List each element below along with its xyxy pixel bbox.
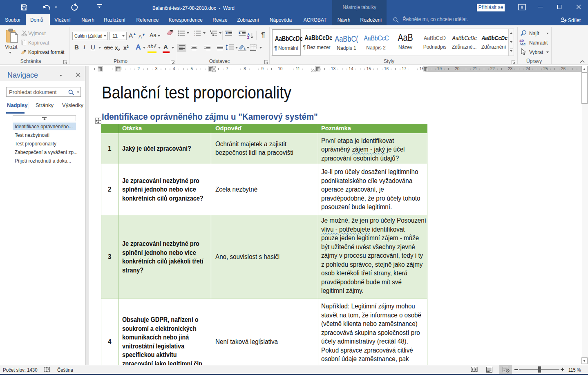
svg-text:ac: ac [521, 42, 526, 46]
svg-text:Z: Z [247, 36, 249, 39]
svg-text:3: 3 [194, 34, 195, 36]
